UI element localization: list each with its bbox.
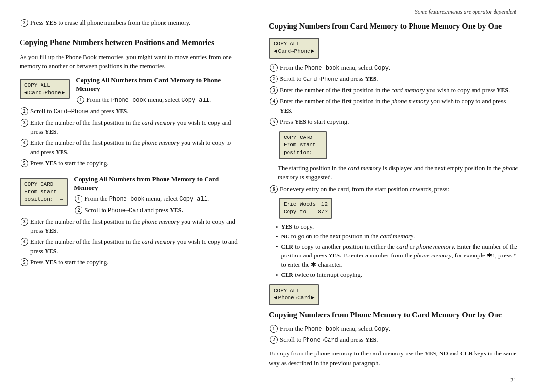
r-step6: 6 For every entry on the card, from the …: [269, 185, 520, 194]
page-container: Some features/menus are operator depende…: [0, 0, 536, 392]
r-yes-4: YES: [280, 107, 291, 114]
lcd2-line1: COPY CARD: [24, 181, 63, 188]
s3-num-2: 2: [270, 336, 278, 344]
step-num-1: 1: [77, 96, 84, 104]
s2-step5-text: Press YES to start the copying.: [30, 258, 238, 267]
bullet-yes: • YES to copy.: [276, 223, 520, 231]
header-note: Some features/menus are operator depende…: [0, 9, 536, 15]
lcd2-line2: From start: [24, 188, 63, 196]
bullet-clr2: • CLR twice to interrupt copying.: [276, 271, 520, 279]
phonebook-mono: Phone book: [111, 97, 146, 104]
r-step5: 5 Press YES to start copying.: [269, 118, 520, 127]
right-lcd2: COPY CARD From start position: —: [279, 131, 327, 159]
lcd-arrow-left: ◄: [24, 89, 28, 97]
rlcd4-line2: ◄ Phone→Card ►: [274, 294, 314, 302]
bullet-no-text: NO to go on to the next position in the …: [281, 233, 415, 240]
sub2-step1: 1 From the Phone book menu, select Copy …: [74, 195, 238, 204]
yes-kw3: YES: [56, 149, 67, 156]
cardmem-it: card memory: [142, 238, 175, 245]
two-column-layout: 2 Press YES to erase all phone numbers f…: [0, 19, 536, 368]
s2-step4-text: Enter the number of the first position i…: [30, 237, 238, 256]
lcd-copy-card-2: COPY CARD From start position: —: [20, 176, 68, 208]
s2-num-4: 4: [21, 238, 28, 246]
s3-pb-mono: Phone book: [305, 326, 340, 333]
lcd-line1: COPY ALL: [24, 82, 65, 89]
rlcd4-line1: COPY ALL: [274, 287, 314, 294]
rlcd2-line1: COPY CARD: [284, 134, 322, 141]
sub1-step4: 4 Enter the number of the first position…: [20, 138, 238, 157]
lcd-display-2: COPY CARD From start position: —: [20, 178, 68, 206]
yes-kw: YES: [116, 108, 127, 115]
s3-yes: YES: [365, 336, 376, 343]
s2-num-2: 2: [75, 206, 82, 214]
s3-step1: 1 From the Phone book menu, select Copy.: [269, 324, 520, 333]
rlcd4-text: Phone→Card: [278, 294, 310, 302]
rlcd4-arrow-l: ◄: [274, 294, 277, 302]
s2-step1-text: From the Phone book menu, select Copy al…: [84, 195, 238, 204]
section3-title: Copying Numbers from Phone Memory to Car…: [269, 310, 520, 320]
rlcd3-line1: Eric Woods 12: [284, 201, 328, 208]
closing-clr: CLR: [460, 350, 473, 357]
step-num-5: 5: [21, 159, 28, 167]
sub1-step1: 1 From the Phone book menu, select Copy …: [76, 96, 238, 105]
s3-copy-mono: Copy: [374, 326, 389, 333]
phonecard-mono: Phone→Card: [108, 207, 143, 214]
yes-bullet: YES: [281, 223, 292, 230]
lcd-display-1: COPY ALL ◄ Card→Phone ►: [20, 79, 70, 100]
right-lcd3-wrapper: Eric Woods 12 Copy to 87?: [279, 196, 520, 221]
right-lcd2-wrapper: COPY CARD From start position: —: [279, 129, 520, 161]
intro-step-text: Press YES to erase all phone numbers fro…: [30, 19, 238, 28]
bullet-yes-text: YES to copy.: [281, 223, 314, 231]
step3-text: Enter the number of the first position i…: [30, 118, 238, 137]
card-memory-italic: card memory: [142, 119, 175, 126]
cardphone-mono: Card→Phone: [54, 108, 89, 115]
rlcd3-copyto: Copy to: [284, 208, 306, 216]
sub1-step3: 3 Enter the number of the first position…: [20, 118, 238, 137]
no-bullet: NO: [281, 233, 290, 240]
r-step1-text: From the Phone book menu, select Copy.: [280, 63, 520, 73]
r-cardmem: card memory: [392, 86, 425, 94]
yes-kw4: YES: [45, 160, 57, 167]
lcd-copy-all-card-phone-1: COPY ALL ◄ Card→Phone ►: [20, 77, 70, 102]
closing-no: NO: [439, 350, 448, 357]
yes-s2: YES.: [170, 207, 183, 214]
right-lcd1: COPY ALL ◄ Card→Phone ►: [269, 38, 319, 59]
intro-step: 2 Press YES to erase all phone numbers f…: [20, 19, 238, 28]
s2-num-5: 5: [21, 258, 28, 266]
r-pb-mono: Phone book: [305, 65, 340, 72]
rlcd1-arrow-r: ►: [311, 48, 315, 55]
step2-text: Scroll to Card→Phone and press YES.: [30, 107, 238, 116]
r-num-4: 4: [270, 98, 278, 105]
subsection1: COPY ALL ◄ Card→Phone ► Copying All Numb…: [20, 76, 238, 170]
rlcd2-line3: position: —: [284, 149, 322, 157]
pb-mono: Phone book: [109, 196, 144, 203]
bullet-no: • NO to go on to the next position in th…: [276, 233, 520, 241]
step-num-3: 3: [21, 119, 28, 127]
right-lcd3: Eric Woods 12 Copy to 87?: [279, 198, 332, 219]
r-yes-5: YES: [295, 118, 306, 125]
bullet-dot-clr: •: [276, 243, 278, 251]
note-after-5: The starting position in the card memory…: [278, 163, 520, 182]
clr-bullet: CLR: [281, 243, 293, 250]
sub1-step2: 2 Scroll to Card→Phone and press YES.: [20, 107, 238, 116]
lcd2-line3: position: —: [24, 196, 63, 203]
r-step3: 3 Enter the number of the first position…: [269, 86, 520, 95]
lcd-line2: ◄ Card→Phone ►: [24, 89, 65, 97]
bullet-clr2-text: CLR twice to interrupt copying.: [281, 271, 363, 279]
r-step2-text: Scroll to Card→Phone and press YES.: [280, 75, 520, 84]
step-num-4: 4: [21, 139, 28, 147]
bullet-dot-no: •: [276, 233, 278, 241]
left-column: 2 Press YES to erase all phone numbers f…: [0, 19, 254, 368]
rlcd4-arrow-r: ►: [311, 294, 315, 302]
r-cardmem-note: card memory: [348, 164, 381, 172]
sub2-step3: 3 Enter the number of the first position…: [20, 217, 238, 236]
yes-s2-4: YES: [45, 248, 56, 255]
r-phonemem-note: phone memory: [278, 164, 518, 181]
phone-mem-italic: phone memory: [142, 139, 180, 146]
r-num-2: 2: [270, 75, 278, 83]
lcd-text: Card→Phone: [29, 89, 61, 97]
section1-intro: As you fill up the Phone Book memories, …: [20, 52, 238, 71]
s3-step2: 2 Scroll to Phone→Card and press YES.: [269, 335, 520, 345]
s3-pc-mono: Phone→Card: [303, 337, 338, 344]
phonemem-it: phone memory: [142, 218, 180, 225]
